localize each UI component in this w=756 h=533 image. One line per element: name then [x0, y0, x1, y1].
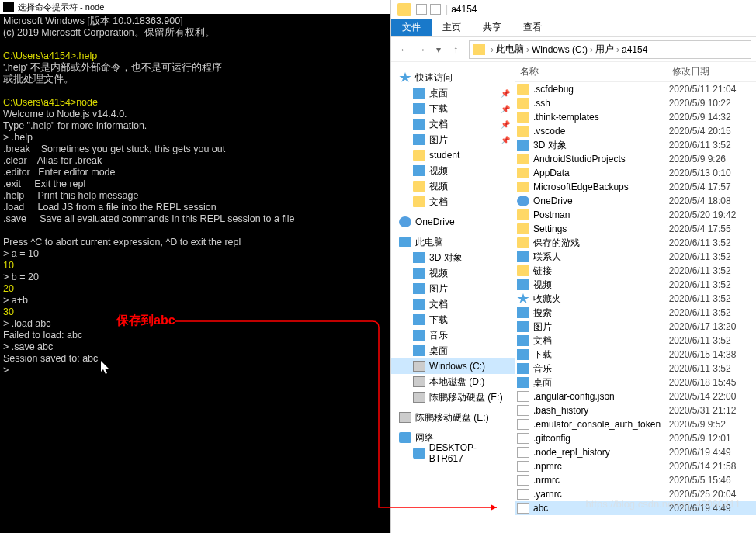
sidebar-item[interactable]: 陈鹏移动硬盘 (E:) [391, 410, 515, 425]
file-list[interactable]: 名称 修改日期 .scfdebug2020/5/11 21:04.ssh2020… [515, 62, 756, 533]
file-row[interactable]: .vscode2020/5/4 20:15 [515, 124, 756, 138]
sidebar-label: 陈鹏移动硬盘 (E:) [429, 391, 503, 404]
bc-item[interactable]: Windows (C:) [532, 44, 588, 55]
folder-icon [397, 3, 411, 16]
sidebar-item[interactable]: 视频 [391, 163, 515, 178]
file-row[interactable]: OneDrive2020/5/4 18:08 [515, 194, 756, 208]
terminal-line: C:\Users\a4154>.help [3, 50, 387, 62]
file-row[interactable]: 搜索2020/6/11 3:52 [515, 306, 756, 320]
terminal-line: C:\Users\a4154>node [3, 97, 387, 109]
sidebar-item[interactable]: 文档 [391, 194, 515, 209]
file-row[interactable]: .nrmrc2020/5/5 15:46 [515, 473, 756, 487]
terminal-line [3, 39, 387, 50]
file-row[interactable]: AndroidStudioProjects2020/5/9 9:26 [515, 152, 756, 166]
sidebar-item[interactable]: 文档 [391, 296, 515, 312]
file-row[interactable]: 文档2020/6/11 3:52 [515, 334, 756, 348]
qat-icon[interactable] [430, 4, 441, 15]
sidebar-item[interactable]: 3D 对象 [391, 250, 515, 265]
sidebar-item[interactable]: student [391, 147, 515, 163]
file-row[interactable]: .node_repl_history2020/6/19 4:49 [515, 445, 756, 459]
sidebar-item[interactable]: Windows (C:) [391, 358, 515, 374]
sidebar-icon [413, 345, 425, 356]
sidebar-item[interactable]: 本地磁盘 (D:) [391, 374, 515, 389]
bc-item[interactable]: 此电脑 [496, 43, 524, 56]
sidebar-item[interactable]: 下载📌 [391, 101, 515, 116]
sidebar-item[interactable]: 图片 [391, 281, 515, 296]
watermark: https://blog.csdn.net/qq_42060411 [586, 498, 741, 510]
file-row[interactable]: 链接2020/6/11 3:52 [515, 264, 756, 278]
file-row[interactable]: 收藏夹2020/6/11 3:52 [515, 292, 756, 306]
file-name: .node_repl_history [533, 447, 669, 458]
file-name: .ssh [533, 98, 669, 109]
file-row[interactable]: MicrosoftEdgeBackups2020/5/4 17:57 [515, 180, 756, 194]
up-button[interactable]: ↑ [447, 44, 464, 55]
sidebar-item[interactable]: 快速访问 [391, 70, 515, 85]
explorer-titlebar[interactable]: | a4154 [391, 0, 756, 19]
file-row[interactable]: .angular-config.json2020/5/14 22:00 [515, 389, 756, 403]
file-row[interactable]: 图片2020/6/17 13:20 [515, 320, 756, 334]
file-row[interactable]: 下载2020/6/15 14:38 [515, 348, 756, 362]
sidebar-label: 图片 [429, 133, 448, 147]
sidebar-item[interactable]: 图片📌 [391, 132, 515, 147]
file-row[interactable]: .scfdebug2020/5/11 21:04 [515, 82, 756, 96]
col-name[interactable]: 名称 [515, 62, 668, 81]
file-date: 2020/6/19 4:49 [669, 447, 756, 458]
sidebar-label: 桌面 [429, 344, 448, 358]
history-button[interactable]: ▾ [430, 44, 447, 55]
sidebar-item[interactable]: 桌面📌 [391, 85, 515, 101]
sidebar-item[interactable]: 此电脑 [391, 234, 515, 250]
sidebar-item[interactable]: 桌面 [391, 343, 515, 358]
col-date[interactable]: 修改日期 [668, 62, 756, 81]
terminal-line: 10 [3, 260, 387, 272]
file-row[interactable]: 保存的游戏2020/6/11 3:52 [515, 236, 756, 250]
file-row[interactable]: AppData2020/5/13 0:10 [515, 166, 756, 180]
file-row[interactable]: Settings2020/5/4 17:55 [515, 222, 756, 236]
sidebar-icon [413, 196, 425, 207]
column-headers[interactable]: 名称 修改日期 [515, 62, 756, 82]
file-row[interactable]: .think-templates2020/5/9 14:32 [515, 110, 756, 124]
sidebar-item[interactable]: 文档📌 [391, 116, 515, 132]
sidebar-item[interactable]: 下载 [391, 312, 515, 327]
terminal-output[interactable]: Microsoft Windows [版本 10.0.18363.900](c)… [0, 14, 390, 378]
terminal-line: Type ".help" for more information. [3, 120, 387, 132]
file-row[interactable]: 联系人2020/6/11 3:52 [515, 250, 756, 264]
bc-item[interactable]: a4154 [622, 44, 647, 55]
file-row[interactable]: 音乐2020/6/11 3:52 [515, 362, 756, 376]
file-date: 2020/5/4 17:55 [669, 223, 756, 234]
file-icon [517, 237, 529, 248]
sidebar-item[interactable]: 视频 [391, 178, 515, 194]
tab-file[interactable]: 文件 [391, 19, 432, 36]
tab-home[interactable]: 主页 [432, 19, 472, 36]
tab-view[interactable]: 查看 [512, 19, 553, 36]
file-name: .angular-config.json [533, 391, 669, 402]
bc-item[interactable]: 用户 [595, 43, 614, 56]
qat-icon[interactable] [416, 4, 427, 15]
file-row[interactable]: Postman2020/5/20 19:42 [515, 208, 756, 222]
sidebar-icon [399, 432, 411, 443]
sidebar-item[interactable]: 陈鹏移动硬盘 (E:) [391, 389, 515, 405]
sidebar-item[interactable]: DESKTOP-BTR617 [391, 445, 515, 461]
file-name: AndroidStudioProjects [533, 154, 669, 164]
tab-share[interactable]: 共享 [472, 19, 512, 36]
sidebar-item[interactable]: 音乐 [391, 327, 515, 343]
file-row[interactable]: 视频2020/6/11 3:52 [515, 278, 756, 292]
sidebar-item[interactable]: OneDrive [391, 214, 515, 230]
file-row[interactable]: .gitconfig2020/5/9 12:01 [515, 431, 756, 445]
file-row[interactable]: .emulator_console_auth_token2020/5/9 9:5… [515, 417, 756, 431]
sidebar-item[interactable]: 视频 [391, 265, 515, 281]
file-icon [517, 182, 529, 192]
sidebar-icon [413, 330, 425, 341]
sidebar-label: 图片 [429, 282, 448, 296]
file-row[interactable]: .npmrc2020/5/14 21:58 [515, 459, 756, 473]
file-row[interactable]: .bash_history2020/5/31 21:12 [515, 403, 756, 417]
forward-button[interactable]: → [413, 44, 430, 55]
back-button[interactable]: ← [396, 44, 413, 55]
file-name: 链接 [533, 265, 669, 278]
file-row[interactable]: .ssh2020/5/9 10:22 [515, 96, 756, 110]
sidebar-icon [399, 237, 411, 247]
breadcrumb[interactable]: › 此电脑 › Windows (C:) › 用户 › a4154 [469, 40, 751, 59]
file-date: 2020/6/11 3:52 [669, 307, 756, 318]
terminal-titlebar[interactable]: 选择命令提示符 - node [0, 0, 390, 14]
file-row[interactable]: 3D 对象2020/6/11 3:52 [515, 138, 756, 152]
file-row[interactable]: 桌面2020/6/18 15:45 [515, 376, 756, 389]
